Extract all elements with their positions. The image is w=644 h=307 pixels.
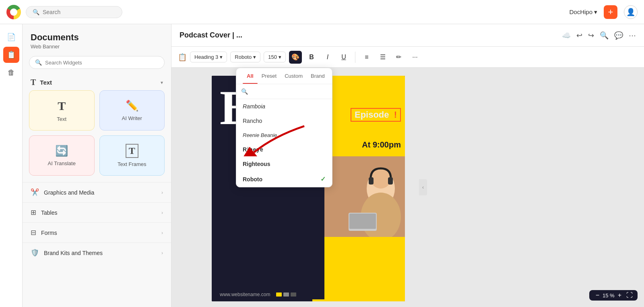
dot-2 [283,292,289,297]
text-widget-text-frames[interactable]: T Text Frames [99,135,165,176]
underline-button[interactable]: U [337,51,350,64]
text-section-header[interactable]: T Text ▾ [23,74,171,90]
align-icon[interactable]: ≡ [360,51,373,64]
dot-1 [276,292,282,297]
add-new-button[interactable]: + [604,5,617,19]
brand-kits-icon: 🛡️ [31,249,39,257]
text-section-title: Text [40,79,52,86]
font-size-label: 150 [268,54,277,60]
font-tab-preset[interactable]: Preset [258,68,281,84]
font-search-bar[interactable]: 🔍 [236,84,332,99]
widgets-search-bar[interactable]: 🔍 [29,56,165,69]
editor-header-actions: ☁️ ↩ ↪ 🔍 💬 ⋯ [562,31,636,40]
search-icon: 🔍 [33,9,39,15]
toolbar-divider [355,52,355,63]
chevron-right-icon: › [161,190,163,195]
chevron-down-icon: ▾ [220,54,223,60]
ai-writer-icon: ✏️ [126,100,138,112]
font-tab-all[interactable]: All [243,68,258,84]
ai-writer-label: AI Writer [122,115,142,121]
text-frames-label: Text Frames [118,161,147,167]
heading-dropdown[interactable]: Heading 3 ▾ [190,52,227,62]
canvas-dots [276,292,296,297]
app-logo[interactable] [6,5,21,19]
svg-rect-4 [388,177,393,185]
more-icon[interactable]: ··· [409,51,421,64]
brand-name[interactable]: DocHipo ▾ [569,8,597,16]
pen-icon[interactable]: ✏ [392,51,405,64]
font-tab-brand[interactable]: Brand [307,68,329,84]
font-item-ramboia[interactable]: Ramboia [236,99,332,114]
forms-section[interactable]: ⊟ Forms › [23,222,171,243]
color-icon: 🎨 [291,53,299,61]
text-widget-ai-writer[interactable]: ✏️ AI Writer [99,90,165,131]
search-icon: 🔍 [241,88,248,95]
tables-label: Tables [41,210,57,216]
canvas-website-text: www.websitename.com [220,292,270,297]
document-title[interactable]: Podcast Cover | ... [180,31,242,39]
chevron-down-icon: ▾ [594,8,597,16]
text-widget-text-icon: T [58,99,66,113]
tables-section[interactable]: ⊞ Tables › [23,202,171,222]
font-dropdown-panel: All Preset Custom Brand 🔍 Ramboia Rancho [236,68,332,187]
widgets-header: Documents Web Banner [23,24,171,51]
widgets-search-input[interactable] [45,60,159,66]
color-picker-icon[interactable]: 🎨 [289,51,302,64]
tables-icon: ⊞ [31,208,36,217]
graphics-media-section[interactable]: ✂️ Graphics and Media › [23,182,171,202]
forms-icon: ⊟ [31,228,36,237]
panel-collapse-arrow[interactable]: ‹ [419,179,427,195]
user-avatar[interactable]: 👤 [624,5,638,19]
main-layout: 📄 📋 🗑 Documents Web Banner 🔍 T Text ▾ [0,24,644,307]
more-options-icon[interactable]: ⋯ [629,31,636,40]
comment-icon[interactable]: 💬 [614,31,623,40]
font-item-righteous[interactable]: Righteous [236,157,332,171]
sidebar-item-trash[interactable]: 🗑 [3,64,19,81]
chevron-right-icon: › [161,250,163,256]
search-icon[interactable]: 🔍 [600,31,609,40]
template-icon: 📋 [7,50,16,59]
font-item-reenie-beanie[interactable]: Reenie Beanie [236,128,332,142]
text-frames-icon: T [126,144,138,158]
font-item-roboto[interactable]: Roboto ✓ [236,171,332,187]
brand-kits-label: Brand Kits and Themes [44,250,103,256]
undo-icon[interactable]: ↩ [576,31,582,40]
global-search-bar[interactable]: 🔍 [26,6,122,18]
font-item-ribeye[interactable]: Ribeye [236,142,332,157]
document-icon: 📄 [7,33,16,41]
text-section-icon: T [31,78,36,87]
zoom-out-button[interactable]: − [594,292,601,299]
text-widget-text-label: Text [57,116,66,122]
brand-kits-section[interactable]: 🛡️ Brand Kits and Themes › [23,243,171,263]
clipboard-icon[interactable]: 📋 [178,53,187,62]
font-search-input[interactable] [251,89,327,95]
chevron-right-icon: › [161,210,163,216]
font-selected-check: ✓ [320,175,326,183]
editor-toolbar: 📋 Heading 3 ▾ Roboto ▾ 150 ▾ 🎨 B I [171,47,644,68]
text-widget-grid: T Text ✏️ AI Writer 🔄 AI Translate T Tex… [23,90,171,182]
zoom-in-button[interactable]: + [616,292,623,299]
sidebar-item-document[interactable]: 📄 [3,29,19,45]
text-widget-text[interactable]: T Text [29,90,95,131]
font-label: Roboto [235,54,252,60]
font-size-dropdown[interactable]: 150 ▾ [264,52,286,62]
fullscreen-button[interactable]: ⛶ [626,292,633,299]
chevron-down-icon: ▾ [253,54,256,60]
italic-button[interactable]: I [321,51,334,64]
font-item-rancho[interactable]: Rancho [236,114,332,128]
canvas-time-text: At 9:00pm [362,140,401,149]
text-widget-ai-translate[interactable]: 🔄 AI Translate [29,135,95,176]
canvas-episode-box[interactable]: Episode ! [351,108,401,122]
redo-icon[interactable]: ↪ [588,31,594,40]
cloud-save-icon[interactable]: ☁️ [562,31,571,40]
global-search-input[interactable] [43,9,107,15]
chevron-down-icon: ▾ [161,80,163,85]
chevron-down-icon: ▾ [279,54,281,60]
font-tab-custom[interactable]: Custom [281,68,307,84]
bold-button[interactable]: B [305,51,318,64]
font-tabs: All Preset Custom Brand [236,68,332,84]
list-icon[interactable]: ☰ [376,51,389,64]
ai-translate-label: AI Translate [48,160,76,166]
sidebar-item-template[interactable]: 📋 [3,47,19,63]
font-dropdown-trigger[interactable]: Roboto ▾ [230,52,260,62]
